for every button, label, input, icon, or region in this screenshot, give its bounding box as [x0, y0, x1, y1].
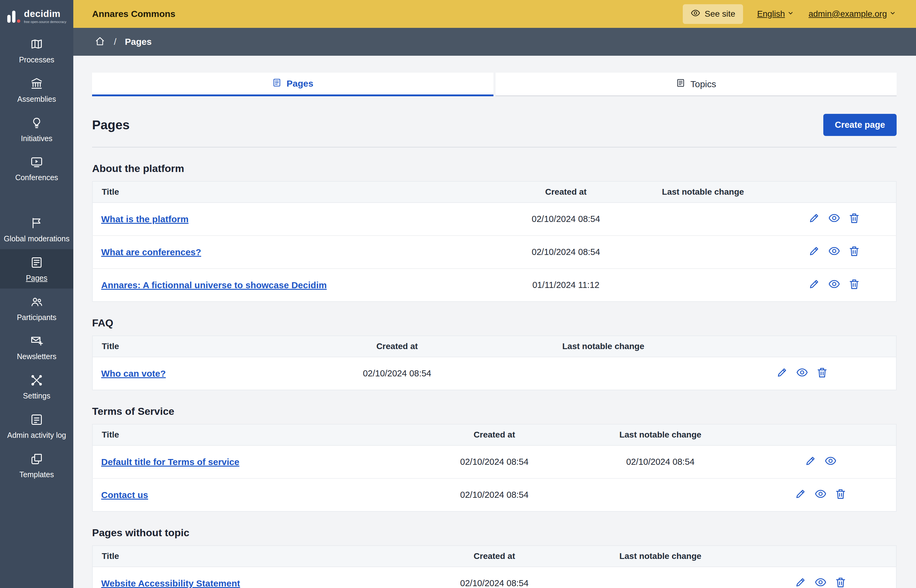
- edit-button[interactable]: [795, 488, 807, 502]
- last-change-cell: [498, 357, 708, 390]
- preview-button[interactable]: [825, 455, 837, 469]
- title-divider: [92, 147, 897, 147]
- team-icon: [30, 295, 43, 310]
- created-at-cell: 02/10/2024 08:54: [498, 203, 633, 236]
- col-header-last-change: Last notable change: [633, 181, 772, 203]
- created-at-cell: 02/10/2024 08:54: [498, 236, 633, 268]
- pencil-icon: [804, 455, 817, 469]
- delete-button[interactable]: [816, 367, 828, 381]
- pages-table: Title Created at Last notable change Wha…: [92, 181, 897, 302]
- video-icon: [30, 155, 43, 170]
- edit-button[interactable]: [776, 367, 788, 381]
- sidebar-item-processes[interactable]: Processes: [0, 31, 73, 70]
- page-title-link[interactable]: Annares: A fictionnal universe to showca…: [101, 280, 327, 290]
- pencil-icon: [808, 212, 820, 226]
- page-title-link[interactable]: What is the platform: [101, 214, 188, 224]
- preview-button[interactable]: [814, 488, 827, 502]
- section-heading: Terms of Service: [92, 405, 897, 417]
- admin-app: decidim free open-source democracy Proce…: [0, 0, 916, 588]
- created-at-cell: 02/10/2024 08:54: [413, 445, 576, 478]
- sidebar-item-conferences[interactable]: Conferences: [0, 149, 73, 188]
- topics-tab-icon: [676, 78, 686, 90]
- copy-icon: [30, 452, 43, 467]
- eye-icon: [814, 576, 827, 588]
- created-at-cell: 02/10/2024 08:54: [413, 478, 576, 511]
- delete-button[interactable]: [848, 278, 860, 292]
- pages-table: Title Created at Last notable change Web…: [92, 545, 897, 588]
- delete-button[interactable]: [848, 212, 860, 226]
- trash-icon: [835, 488, 846, 502]
- edit-button[interactable]: [808, 245, 820, 259]
- trash-icon: [835, 576, 846, 588]
- preview-button[interactable]: [828, 212, 840, 226]
- decidim-logo-icon: [7, 10, 20, 23]
- eye-icon: [828, 278, 840, 292]
- language-selector[interactable]: English: [757, 9, 795, 19]
- account-menu[interactable]: admin@example.org: [808, 9, 897, 19]
- topbar: Annares Commons See site English admin@e…: [73, 0, 916, 28]
- page-title-link[interactable]: Default title for Terms of service: [101, 457, 239, 467]
- home-icon[interactable]: [94, 36, 105, 48]
- eye-icon: [828, 212, 840, 226]
- page-title-link[interactable]: Contact us: [101, 490, 148, 500]
- preview-button[interactable]: [828, 278, 840, 292]
- sidebar-item-participants[interactable]: Participants: [0, 289, 73, 328]
- pencil-icon: [776, 367, 788, 381]
- trash-icon: [848, 212, 860, 226]
- pages-section: Pages without topic Title Created at Las…: [92, 527, 897, 588]
- row-actions: [745, 445, 896, 478]
- sidebar-item-newsletters[interactable]: Newsletters: [0, 328, 73, 367]
- page-title-link[interactable]: Who can vote?: [101, 368, 166, 378]
- pencil-icon: [808, 278, 820, 292]
- sidebar-item-pages[interactable]: Pages: [0, 249, 73, 289]
- breadcrumb-separator: /: [114, 37, 117, 47]
- preview-button[interactable]: [796, 367, 808, 381]
- eye-icon: [825, 455, 837, 469]
- row-actions: [745, 567, 896, 588]
- section-heading: FAQ: [92, 317, 897, 329]
- admin-sidebar: decidim free open-source democracy Proce…: [0, 0, 73, 588]
- page-sections: About the platform Title Created at Last…: [92, 163, 897, 588]
- decidim-logo[interactable]: decidim free open-source democracy: [0, 0, 73, 29]
- eye-icon: [814, 488, 827, 502]
- last-change-cell: 02/10/2024 08:54: [576, 445, 745, 478]
- trash-icon: [848, 278, 860, 292]
- table-row: Who can vote? 02/10/2024 08:54: [92, 357, 896, 390]
- chevron-down-icon: [889, 9, 897, 19]
- preview-button[interactable]: [814, 576, 827, 588]
- row-actions: [772, 236, 896, 268]
- table-row: Default title for Terms of service 02/10…: [92, 445, 896, 478]
- tab-topics[interactable]: Topics: [495, 73, 897, 96]
- table-row: What are conferences? 02/10/2024 08:54: [92, 236, 896, 268]
- created-at-cell: 01/11/2024 11:12: [498, 268, 633, 302]
- pages-tab-icon: [272, 78, 282, 90]
- sidebar-item-settings[interactable]: Settings: [0, 367, 73, 406]
- see-site-button[interactable]: See site: [683, 4, 743, 24]
- page-title-link[interactable]: Website Accessibility Statement: [101, 578, 240, 588]
- sidebar-item-admin-activity-log[interactable]: Admin activity log: [0, 406, 73, 446]
- pages-table: Title Created at Last notable change Def…: [92, 424, 897, 512]
- edit-button[interactable]: [804, 455, 817, 469]
- delete-button[interactable]: [835, 488, 846, 502]
- edit-button[interactable]: [808, 212, 820, 226]
- edit-button[interactable]: [795, 576, 807, 588]
- delete-button[interactable]: [835, 576, 846, 588]
- sidebar-item-assemblies[interactable]: Assemblies: [0, 70, 73, 110]
- preview-button[interactable]: [828, 245, 840, 259]
- delete-button[interactable]: [848, 245, 860, 259]
- col-header-created-at: Created at: [498, 181, 633, 203]
- eye-icon: [796, 367, 808, 381]
- page-title-link[interactable]: What are conferences?: [101, 247, 201, 257]
- edit-button[interactable]: [808, 278, 820, 292]
- organization-name: Annares Commons: [92, 9, 175, 19]
- sidebar-item-global-moderations[interactable]: Global moderations: [0, 210, 73, 249]
- last-change-cell: [633, 268, 772, 302]
- col-header-actions: [745, 424, 896, 445]
- row-actions: [772, 268, 896, 302]
- section-heading: About the platform: [92, 163, 897, 174]
- sidebar-item-templates[interactable]: Templates: [0, 446, 73, 485]
- last-change-cell: [633, 203, 772, 236]
- sidebar-item-initiatives[interactable]: Initiatives: [0, 110, 73, 149]
- create-page-button[interactable]: Create page: [823, 114, 897, 136]
- tab-pages[interactable]: Pages: [92, 73, 494, 96]
